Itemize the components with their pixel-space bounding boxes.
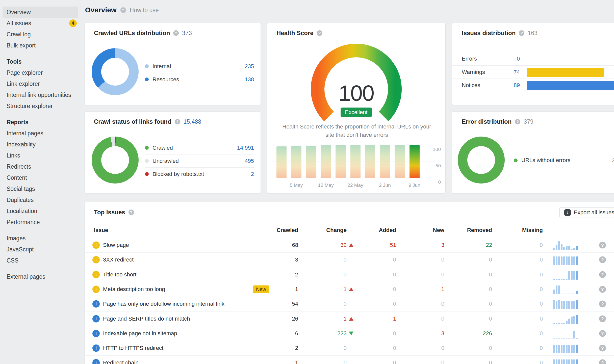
sidebar-item-duplicates[interactable]: Duplicates <box>0 194 81 205</box>
help-icon[interactable]: ? <box>599 359 606 364</box>
issue-row[interactable]: iPage has only one dofollow incoming int… <box>85 297 614 311</box>
sidebar-item-link-explorer[interactable]: Link explorer <box>0 78 81 89</box>
sidebar-item-internal-link-opportunities[interactable]: Internal link opportunities <box>0 89 81 100</box>
crawl-status-total-link[interactable]: 15,488 <box>184 118 201 125</box>
legend-value-link[interactable]: 2 <box>251 171 254 177</box>
legend-label: Uncrawled <box>152 158 245 164</box>
help-icon[interactable]: ? <box>515 119 520 124</box>
x-axis-label: 2 Jun <box>379 183 391 188</box>
sidebar-item-images[interactable]: Images <box>0 233 81 244</box>
how-to-use-link[interactable]: How to use <box>130 7 159 14</box>
issue-row[interactable]: iPage and SERP titles do not match261100… <box>85 311 614 326</box>
legend-value-link[interactable]: 495 <box>245 158 254 164</box>
x-axis-label: 12 May <box>318 183 334 188</box>
missing-count: 0 <box>540 359 543 364</box>
sidebar-item-javascript[interactable]: JavaScript <box>0 244 81 255</box>
sidebar-section-header-tools: Tools <box>0 56 81 67</box>
sparkline-bar <box>571 271 573 280</box>
sparkline <box>553 240 579 250</box>
sidebar-item-social-tags[interactable]: Social tags <box>0 183 81 194</box>
legend-value-link[interactable]: 138 <box>245 76 254 83</box>
help-icon[interactable]: ? <box>175 119 180 124</box>
legend-value-link[interactable]: 14,991 <box>237 145 254 151</box>
sparkline-bar <box>556 323 557 324</box>
help-icon[interactable]: ? <box>599 330 606 337</box>
issue-row[interactable]: iIndexable page not in sitemap6223032260… <box>85 326 614 341</box>
health-score-trend-chart: 1005005 May12 May22 May2 Jun9 Jun <box>272 142 441 192</box>
help-icon[interactable]: ? <box>173 30 179 36</box>
help-icon[interactable]: ? <box>599 286 606 293</box>
sparkline-bar <box>561 338 562 339</box>
help-icon[interactable]: ? <box>599 256 606 263</box>
issue-row[interactable]: iHTTP to HTTPS redirect200000? <box>85 341 614 356</box>
sparkline-bar <box>571 345 573 353</box>
sidebar-item-indexability[interactable]: Indexability <box>0 139 81 150</box>
issue-link[interactable]: Page has only one dofollow incoming inte… <box>103 301 224 307</box>
issue-link[interactable]: Title too short <box>103 271 136 278</box>
sidebar-item-crawl-log[interactable]: Crawl log <box>0 29 81 40</box>
help-icon[interactable]: ? <box>599 242 606 249</box>
sidebar-item-internal-pages[interactable]: Internal pages <box>0 128 81 139</box>
distribution-value-link[interactable]: 0 <box>490 56 520 62</box>
help-icon[interactable]: ? <box>120 7 126 13</box>
crawl-status-donut <box>92 137 139 184</box>
sidebar-item-redirects[interactable]: Redirects <box>0 161 81 172</box>
warning-icon: i <box>92 256 100 264</box>
sidebar-item-structure-explorer[interactable]: Structure explorer <box>0 100 81 112</box>
sidebar-item-label: Indexability <box>7 141 36 148</box>
sparkline-bar <box>568 256 570 265</box>
legend-label: Internal <box>152 63 245 70</box>
sparkline-bar <box>568 301 570 309</box>
health-score-badge-wrap: Excellent <box>301 108 412 117</box>
sidebar-item-links[interactable]: Links <box>0 150 81 161</box>
sidebar-item-external-pages[interactable]: External pages <box>0 271 81 282</box>
sidebar-item-content[interactable]: Content <box>0 172 81 183</box>
sparkline-bar <box>553 256 555 265</box>
issue-row[interactable]: i3XX redirect300000? <box>85 252 614 267</box>
crawled-count: 3 <box>295 256 298 263</box>
help-icon[interactable]: ? <box>599 271 606 278</box>
issue-row[interactable]: iMeta description too longNew110100? <box>85 282 614 297</box>
issue-link[interactable]: HTTP to HTTPS redirect <box>103 345 163 351</box>
sidebar-item-performance[interactable]: Performance <box>0 217 81 228</box>
sparkline-bar <box>568 271 570 280</box>
trend-bar <box>291 146 301 178</box>
distribution-value-link[interactable]: 89 <box>490 82 520 89</box>
sparkline <box>553 343 579 353</box>
help-icon[interactable]: ? <box>599 345 606 352</box>
issue-link[interactable]: 3XX redirect <box>103 256 134 263</box>
help-icon[interactable]: ? <box>519 30 524 36</box>
new-count: 0 <box>441 271 444 278</box>
legend-value-link[interactable]: 235 <box>245 63 254 70</box>
sidebar-item-page-explorer[interactable]: Page explorer <box>0 67 81 78</box>
help-icon[interactable]: ? <box>599 315 606 322</box>
help-icon[interactable]: ? <box>129 210 134 215</box>
issues-distribution-rows: Errors0Warnings74Notices89 <box>452 52 614 92</box>
column-header-missing: Missing <box>522 227 543 233</box>
crawled-count: 54 <box>292 301 298 307</box>
distribution-value-link[interactable]: 74 <box>490 69 520 75</box>
x-axis-label: 22 May <box>347 183 363 188</box>
issue-link[interactable]: Meta description too long <box>103 286 165 293</box>
legend-dot <box>145 159 149 163</box>
missing-count: 0 <box>540 316 543 322</box>
issue-row[interactable]: iRedirect chain100000? <box>85 355 614 364</box>
issue-link[interactable]: Redirect chain <box>103 359 139 364</box>
issue-link[interactable]: Page and SERP titles do not match <box>103 316 190 322</box>
issue-link[interactable]: Slow page <box>103 242 129 248</box>
card-title: Top Issues <box>94 209 125 216</box>
issue-row[interactable]: iTitle too short200000? <box>85 267 614 282</box>
issue-row[interactable]: iSlow page6832513220? <box>85 238 614 253</box>
crawled-urls-total-link[interactable]: 373 <box>182 30 192 37</box>
sidebar-item-overview[interactable]: Overview <box>3 7 78 18</box>
legend-row: Internal235 <box>145 60 254 73</box>
help-icon[interactable]: ? <box>599 301 606 307</box>
issue-link[interactable]: Indexable page not in sitemap <box>103 330 177 337</box>
export-all-issues-button[interactable]: ↓ Export all issues <box>559 207 614 218</box>
sidebar-item-css[interactable]: CSS <box>0 255 81 266</box>
sidebar-item-localization[interactable]: Localization <box>0 205 81 217</box>
sidebar-item-label: Internal link opportunities <box>7 92 71 98</box>
sidebar-item-bulk-export[interactable]: Bulk export <box>0 40 81 51</box>
sidebar-item-all-issues[interactable]: All issues4 <box>0 18 81 29</box>
sparkline-bar <box>576 246 578 250</box>
